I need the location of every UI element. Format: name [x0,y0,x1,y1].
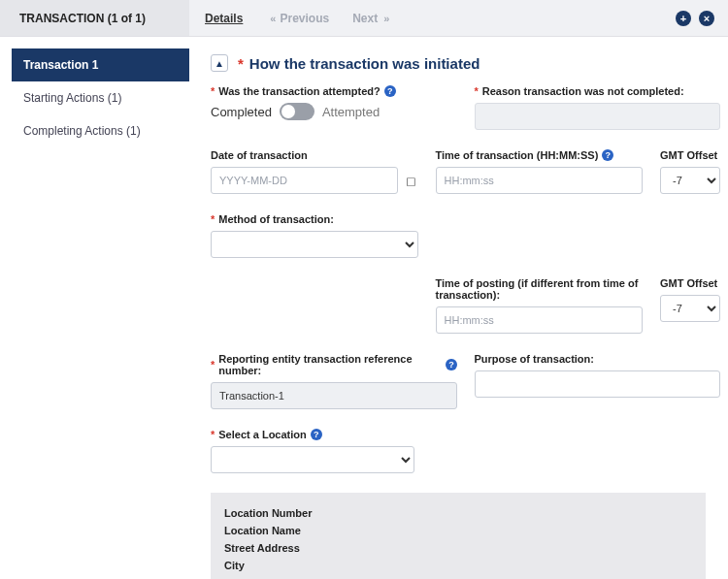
section-header: ▲ * How the transaction was initiated [211,48,720,85]
nav-next-label: Next [352,12,378,25]
purpose-label: Purpose of transaction: [475,353,721,365]
nav-next[interactable]: Next » [341,0,399,36]
chevron-right-icon: » [383,13,387,24]
nav-previous[interactable]: « Previous [258,0,341,36]
location-number-label: Location Number [224,504,692,522]
location-select[interactable] [211,446,414,473]
ref-label: * Reporting entity transaction reference… [211,353,457,376]
sidebar-item-transaction[interactable]: Transaction 1 [12,48,189,81]
date-input[interactable] [211,167,398,194]
date-label: Date of transaction [211,149,418,161]
gmt2-label: GMT Offset [660,277,720,289]
location-details-box: Location Number Location Name Street Add… [211,493,706,579]
main-panel: ▲ * How the transaction was initiated * … [189,37,728,579]
location-name-label: Location Name [224,522,692,539]
location-label: * Select a Location ? [211,429,720,440]
sidebar-item-starting-actions[interactable]: Starting Actions (1) [12,81,189,114]
posting-label: Time of posting (if different from time … [436,277,644,301]
attempted-toggle-group: Completed Attempted [211,103,457,120]
nav-previous-label: Previous [280,12,329,25]
time-input[interactable] [436,167,644,194]
add-button[interactable]: + [676,11,691,26]
time-label: Time of transaction (HH:MM:SS) ? [436,149,644,161]
reason-label: * Reason transaction was not completed: [475,85,721,97]
chevron-up-icon: ▲ [215,58,224,69]
help-icon[interactable]: ? [311,429,322,440]
purpose-input[interactable] [475,370,721,398]
chevron-left-icon: « [270,13,274,24]
tab-details[interactable]: Details [189,0,258,36]
calendar-icon[interactable]: ◻ [404,173,417,188]
help-icon[interactable]: ? [446,359,456,370]
toggle-attempted-label: Attempted [322,105,380,119]
section-title: How the transaction was initiated [249,55,480,72]
gmt-label: GMT Offset [660,149,720,161]
header-actions: + × [676,11,728,26]
header-bar: TRANSACTION (1 of 1) Details « Previous … [0,0,728,37]
posting-time-input[interactable] [436,306,644,334]
attempted-toggle[interactable] [280,103,314,120]
required-marker: * [238,55,244,72]
country-label: Country [224,574,692,579]
reason-field [475,103,721,130]
method-label: * Method of transaction: [211,213,418,225]
close-button[interactable]: × [699,11,714,26]
sidebar: Transaction 1 Starting Actions (1) Compl… [0,37,189,579]
sidebar-item-completing-actions[interactable]: Completing Actions (1) [12,114,189,147]
collapse-toggle[interactable]: ▲ [211,54,228,72]
help-icon[interactable]: ? [384,85,396,97]
toggle-completed-label: Completed [211,105,272,119]
ref-input[interactable] [211,382,457,409]
street-address-label: Street Address [224,539,692,557]
gmt-select[interactable]: -7 [660,167,720,194]
header-title: TRANSACTION (1 of 1) [0,0,189,36]
gmt2-select[interactable]: -7 [660,295,720,322]
city-label: City [224,557,692,574]
attempted-label: * Was the transaction attempted? ? [211,85,457,97]
method-select[interactable] [211,231,418,258]
help-icon[interactable]: ? [602,149,613,161]
